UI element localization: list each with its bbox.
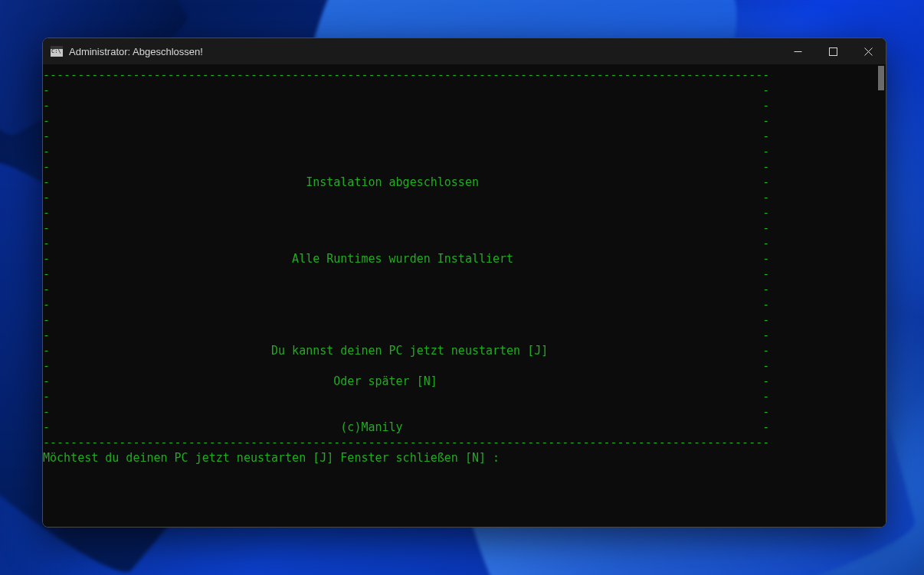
- scrollbar-track[interactable]: [875, 64, 886, 527]
- close-button[interactable]: [850, 38, 886, 64]
- terminal-viewport[interactable]: ----------------------------------------…: [43, 64, 886, 527]
- window-title: Administrator: Abgeschlossen!: [69, 46, 203, 57]
- titlebar[interactable]: Administrator: Abgeschlossen!: [43, 38, 886, 64]
- maximize-button[interactable]: [815, 38, 850, 64]
- minimize-button[interactable]: [780, 38, 815, 64]
- scrollbar-thumb[interactable]: [878, 66, 884, 90]
- terminal-output: ----------------------------------------…: [43, 64, 886, 466]
- svg-rect-1: [829, 47, 837, 55]
- command-prompt-window: Administrator: Abgeschlossen! ----------…: [42, 38, 886, 528]
- window-controls: [780, 38, 886, 64]
- desktop-wallpaper: Administrator: Abgeschlossen! ----------…: [0, 0, 924, 575]
- cmd-icon: [51, 46, 63, 57]
